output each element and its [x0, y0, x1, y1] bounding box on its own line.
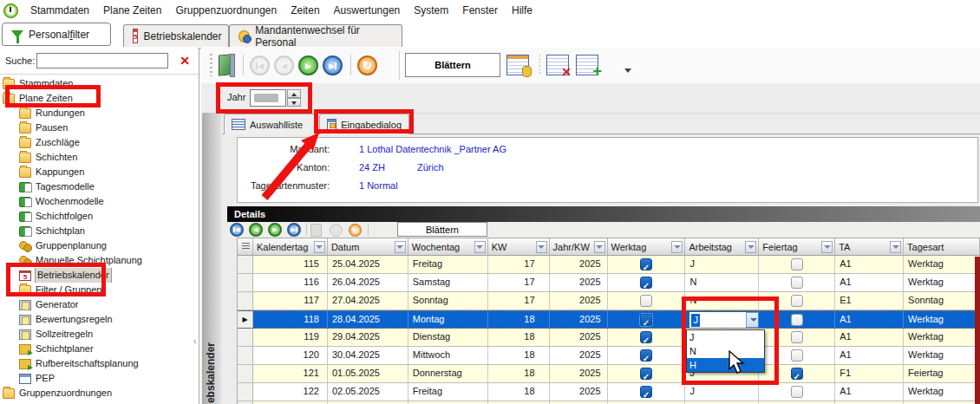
row-selector-cell[interactable] — [238, 292, 253, 310]
browse-button[interactable]: Blättern — [405, 53, 500, 77]
tree-item-schichtfolgen[interactable]: Schichtfolgen — [0, 209, 199, 224]
table-row[interactable]: 121 01.05.2025 Donnerstag 18 2025 J F1 F… — [238, 365, 980, 383]
feiertag-checkbox[interactable] — [791, 349, 803, 362]
row-selector-cell[interactable]: ▶ — [238, 311, 253, 328]
column-header-datum[interactable]: Datum — [328, 238, 408, 255]
cell-kalendertag[interactable]: 118 — [253, 311, 328, 328]
cell-wochentag[interactable]: Freitag — [408, 383, 488, 401]
row-selector-cell[interactable] — [238, 365, 253, 382]
werktag-checkbox[interactable] — [640, 386, 652, 398]
cell-tagesart[interactable]: Werktag — [904, 347, 980, 364]
tab-mandantenwechsel[interactable]: Mandantenwechsel für Personal — [229, 24, 402, 47]
row-selector-cell[interactable] — [238, 329, 253, 346]
cell-wochentag[interactable]: Sonntag — [408, 292, 488, 310]
cell-jahr-kw[interactable]: 2025 — [550, 365, 608, 382]
filter-dropdown-button[interactable] — [890, 241, 901, 253]
combobox-dropdown-button[interactable] — [746, 312, 759, 328]
add-row-icon[interactable] — [576, 55, 598, 75]
cell-arbeitstag[interactable]: N — [685, 292, 759, 310]
row-selector-cell[interactable] — [238, 256, 253, 273]
dropdown-option[interactable]: J — [687, 330, 764, 344]
cell-ta[interactable]: A1 — [835, 256, 904, 273]
tree-item-betriebskalender[interactable]: 5Betriebskalender — [0, 268, 199, 283]
cell-wochentag[interactable]: Donnerstag — [408, 365, 488, 382]
cell-ta[interactable]: A1 — [835, 274, 904, 291]
tree-item-stammdaten[interactable]: Stammdaten — [0, 76, 199, 91]
tree-item-gruppenplanung[interactable]: Gruppenplanung — [0, 238, 199, 253]
menu-gruppenzuordnungen[interactable]: Gruppenzuordnungen — [168, 4, 284, 16]
vertical-view-tab[interactable]: Betriebskalender — [202, 113, 221, 404]
spin-down-button[interactable] — [287, 98, 301, 107]
tree-item-manuelle-schichtplanung[interactable]: Manuelle Schichtplanung — [0, 253, 199, 268]
cell-ta[interactable]: A1 — [835, 311, 904, 328]
tree-item-rufbereitschaftsplanung[interactable]: Rufbereitschaftsplanung — [0, 356, 199, 371]
cell-kalendertag[interactable]: 116 — [253, 274, 328, 291]
menu-auswertungen[interactable]: Auswertungen — [327, 4, 408, 16]
cell-jahr-kw[interactable]: 2025 — [550, 274, 608, 291]
feiertag-checkbox[interactable] — [791, 295, 803, 307]
cell-tagesart[interactable]: Werktag — [904, 274, 980, 291]
tree-item-schichten[interactable]: Schichten — [0, 150, 199, 165]
cell-jahr-kw[interactable]: 2025 — [550, 383, 608, 401]
cell-kalendertag[interactable]: 117 — [253, 292, 328, 310]
cell-kw[interactable]: 17 — [488, 256, 550, 273]
tree-item-bewertungsregeln[interactable]: Bewertungsregeln — [0, 312, 199, 327]
cell-ta[interactable]: A1 — [835, 329, 904, 346]
filter-dropdown-button[interactable] — [671, 241, 683, 253]
cell-datum[interactable]: 01.05.2025 — [328, 365, 408, 382]
tab-personalfilter[interactable]: Personalfilter — [2, 23, 111, 46]
cell-wochentag[interactable]: Samstag — [408, 274, 488, 291]
cell-datum[interactable]: 25.04.2025 — [328, 256, 408, 273]
column-header-jahr-kw[interactable]: Jahr/KW — [550, 238, 608, 255]
menu-plane-zeiten[interactable]: Plane Zeiten — [96, 4, 168, 16]
werktag-checkbox[interactable] — [640, 331, 652, 343]
arbeitstag-combobox[interactable]: J — [689, 312, 759, 328]
filter-dropdown-button[interactable] — [314, 241, 325, 253]
menu-hilfe[interactable]: Hilfe — [505, 4, 539, 16]
cell-wochentag[interactable]: Mittwoch — [408, 347, 488, 364]
column-header-kw[interactable]: KW — [488, 238, 550, 255]
table-row[interactable]: 117 27.04.2025 Sonntag 17 2025 N E1 Sonn… — [238, 292, 980, 310]
delete-row-icon[interactable] — [546, 55, 569, 75]
feiertag-checkbox[interactable] — [791, 258, 803, 270]
toolbar-drag-handle[interactable] — [210, 54, 212, 76]
dropdown-option[interactable]: N — [687, 344, 764, 358]
filter-dropdown-button[interactable] — [536, 241, 547, 253]
werktag-checkbox[interactable] — [640, 314, 652, 326]
column-header-werktag[interactable]: Werktag — [608, 238, 686, 255]
cell-jahr-kw[interactable]: 2025 — [550, 256, 608, 273]
cell-datum[interactable]: 27.04.2025 — [328, 292, 408, 310]
werktag-checkbox[interactable] — [640, 277, 652, 289]
table-row[interactable]: 119 29.04.2025 Dienstag 18 2025 A1 Werkt… — [238, 329, 980, 347]
filter-dropdown-button[interactable] — [395, 241, 406, 253]
cell-jahr-kw[interactable]: 2025 — [550, 329, 608, 346]
werktag-checkbox[interactable] — [640, 295, 652, 307]
column-header-feiertag[interactable]: Feiertag — [759, 238, 835, 255]
feiertag-checkbox[interactable] — [791, 386, 803, 398]
cell-kw[interactable]: 18 — [488, 383, 550, 401]
details-next-button[interactable]: ▶ — [268, 223, 282, 237]
column-header-tagesart[interactable]: Tagesart — [904, 238, 980, 255]
menu-stammdaten[interactable]: Stammdaten — [23, 4, 96, 16]
details-refresh-button[interactable]: ↻ — [349, 224, 362, 237]
cell-jahr-kw[interactable]: 2025 — [550, 292, 608, 310]
cell-datum[interactable]: 28.04.2025 — [328, 311, 408, 328]
tree-item-pep[interactable]: PEP — [0, 371, 199, 386]
filter-dropdown-button[interactable] — [474, 241, 486, 253]
table-row-selected[interactable]: ▶ 118 28.04.2025 Montag 18 2025 J A1 Wer… — [238, 310, 980, 329]
cell-tagesart[interactable]: Werktag — [904, 256, 980, 273]
cell-kw[interactable]: 17 — [488, 292, 550, 310]
cell-kw[interactable]: 18 — [488, 329, 550, 346]
cell-wochentag[interactable]: Freitag — [408, 256, 488, 273]
cell-kalendertag[interactable]: 121 — [253, 365, 328, 382]
column-header-ta[interactable]: TA — [835, 238, 904, 255]
details-browse-button[interactable]: Blättern — [397, 222, 487, 237]
tree-item-gruppenzuordnungen[interactable]: Gruppenzuordnungen — [0, 386, 199, 401]
last-record-button[interactable]: ▶ — [323, 55, 343, 75]
tree-item-rundungen[interactable]: Rundungen — [0, 106, 199, 121]
cell-ta[interactable]: A1 — [835, 347, 904, 364]
tree-item-sollzeitregeln[interactable]: Sollzeitregeln — [0, 327, 199, 342]
tree-item-zuschlaege[interactable]: Zuschläge — [0, 135, 199, 150]
details-previous-button[interactable]: ◀ — [249, 223, 263, 237]
cell-datum[interactable]: 29.04.2025 — [328, 329, 408, 346]
